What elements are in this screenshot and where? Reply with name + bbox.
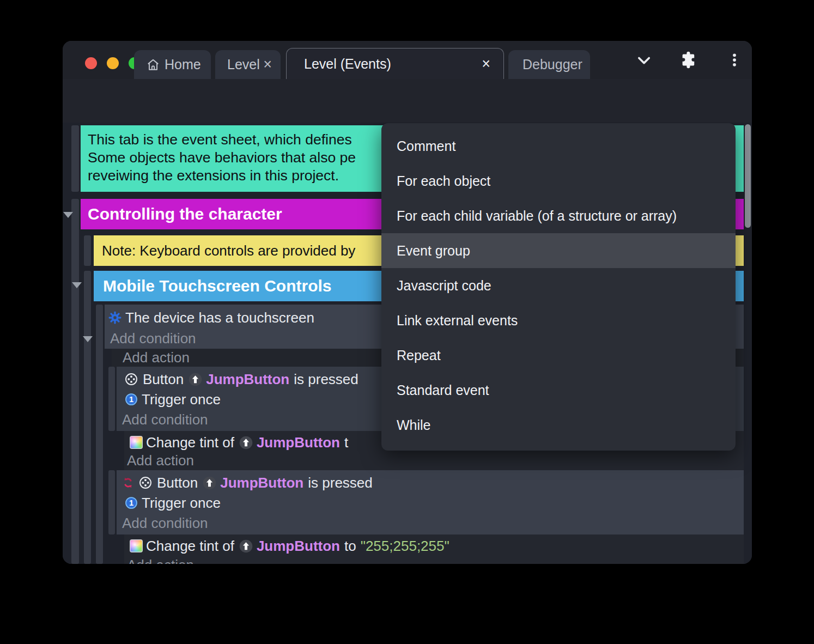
menu-item-link-external-events[interactable]: Link external events xyxy=(381,303,736,338)
action-text: to xyxy=(344,538,356,555)
tab-level-label: Level xyxy=(227,57,260,72)
add-action-link[interactable]: Add action xyxy=(124,452,744,469)
titlebar: Home Level × Level (Events) × Debugger xyxy=(63,41,752,79)
add-action-label: Add action xyxy=(123,349,190,366)
tint-icon xyxy=(130,436,143,449)
menu-item-repeat[interactable]: Repeat xyxy=(381,338,736,373)
tab-debugger[interactable]: Debugger xyxy=(508,50,590,79)
menu-item-event-group[interactable]: Event group xyxy=(381,233,736,268)
menu-item-comment[interactable]: Comment xyxy=(381,129,736,163)
invert-condition-icon xyxy=(121,476,135,490)
scrollbar-thumb[interactable] xyxy=(745,124,751,228)
tint-icon xyxy=(130,539,143,552)
puzzle-icon xyxy=(679,51,697,69)
object-name: JumpButton xyxy=(206,371,289,388)
minimize-window-button[interactable] xyxy=(107,57,119,69)
event-handle xyxy=(108,470,115,534)
object-arrow-icon xyxy=(188,372,203,387)
object-arrow-icon xyxy=(239,435,253,450)
group-title: Controlling the character xyxy=(88,205,282,223)
gamepad-button-icon xyxy=(138,476,153,490)
tab-level[interactable]: Level × xyxy=(215,50,281,79)
toolbar xyxy=(63,79,752,123)
action-row[interactable]: Change tint of JumpButton to "255;255;25… xyxy=(124,537,744,555)
tab-home-label: Home xyxy=(165,57,201,72)
tab-home[interactable]: Home xyxy=(134,50,211,79)
menu-item-for-each-object[interactable]: For each object xyxy=(381,163,736,198)
tab-level-events[interactable]: Level (Events) × xyxy=(286,48,504,79)
app-window: Home Level × Level (Events) × Debugger xyxy=(63,41,752,564)
object-arrow-icon xyxy=(202,476,217,490)
action-value: "255;255;255" xyxy=(361,538,449,555)
event-sheet: This tab is the event sheet, which defin… xyxy=(63,123,752,564)
tab-debugger-label: Debugger xyxy=(523,57,582,72)
condition-text: Button xyxy=(157,475,198,491)
gear-icon xyxy=(108,311,122,325)
condition-row[interactable]: 1 Trigger once xyxy=(117,493,744,513)
object-name: JumpButton xyxy=(257,434,340,451)
menu-item-for-each-child-variable[interactable]: For each child variable (of a structure … xyxy=(381,198,736,233)
event-handle xyxy=(71,125,79,192)
group-title: Mobile Touchscreen Controls xyxy=(103,277,332,295)
collapse-arrow-icon[interactable] xyxy=(63,212,73,218)
collapse-arrow-icon[interactable] xyxy=(83,336,93,342)
add-action-label: Add action xyxy=(127,557,194,564)
group-extent-bar xyxy=(71,199,79,564)
close-window-button[interactable] xyxy=(85,57,97,69)
home-icon xyxy=(146,58,160,72)
chevron-down-icon xyxy=(635,51,653,69)
condition-row[interactable]: Button JumpButton is pressed xyxy=(117,472,744,493)
menu-item-javascript-code[interactable]: Javascript code xyxy=(381,268,736,303)
condition-text: Trigger once xyxy=(142,391,221,408)
add-condition-label: Add condition xyxy=(110,330,196,347)
tab-level-events-label: Level (Events) xyxy=(304,56,391,72)
menu-item-standard-event[interactable]: Standard event xyxy=(381,373,736,408)
event-handle xyxy=(84,235,91,266)
add-condition-label: Add condition xyxy=(122,411,208,428)
tab-list-dropdown-button[interactable] xyxy=(635,41,653,79)
extensions-button[interactable] xyxy=(679,41,697,79)
gamepad-button-icon xyxy=(124,372,138,386)
add-condition-label: Add condition xyxy=(122,515,208,532)
action-text: Change tint of xyxy=(146,538,234,555)
object-name: JumpButton xyxy=(257,538,340,555)
condition-text: The device has a touchscreen xyxy=(125,309,314,326)
add-action-link[interactable]: Add action xyxy=(124,556,744,564)
menu-item-while[interactable]: While xyxy=(381,408,736,442)
trigger-once-icon: 1 xyxy=(124,496,138,510)
collapse-arrow-icon[interactable] xyxy=(72,282,82,288)
sub-event-actions[interactable]: Change tint of JumpButton to "255;255;25… xyxy=(124,534,744,564)
condition-text: Trigger once xyxy=(142,495,221,512)
event-handle xyxy=(108,367,115,431)
close-tab-icon[interactable]: × xyxy=(263,57,272,72)
object-name: JumpButton xyxy=(220,475,303,491)
group-extent-bar xyxy=(84,271,91,564)
condition-text: is pressed xyxy=(294,371,359,388)
condition-text: Button xyxy=(143,371,184,388)
add-condition-link[interactable]: Add condition xyxy=(117,514,744,532)
window-menu-button[interactable] xyxy=(726,41,743,79)
action-text: t xyxy=(344,434,348,451)
close-tab-icon[interactable]: × xyxy=(482,57,490,71)
condition-text: is pressed xyxy=(308,475,373,491)
svg-text:1: 1 xyxy=(129,395,133,404)
kebab-menu-icon xyxy=(726,51,743,69)
svg-text:1: 1 xyxy=(129,499,133,507)
trigger-once-icon: 1 xyxy=(124,392,138,406)
add-event-context-menu: Comment For each object For each child v… xyxy=(381,123,736,451)
event-extent-bar xyxy=(96,305,103,564)
sub-event-conditions[interactable]: Button JumpButton is pressed 1 Trigger o… xyxy=(117,470,744,534)
object-arrow-icon xyxy=(239,539,253,554)
add-action-label: Add action xyxy=(127,452,194,469)
note-text: Note: Keyboard controls are provided by xyxy=(102,242,355,259)
action-text: Change tint of xyxy=(146,434,234,451)
